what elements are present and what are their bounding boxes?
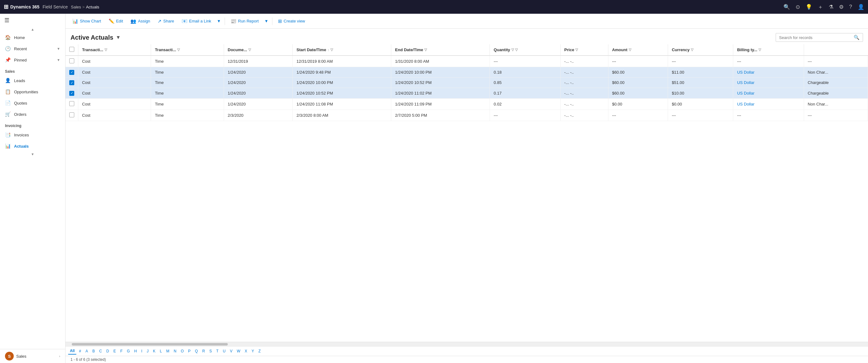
filter-icon[interactable]: ⚗ (829, 4, 833, 10)
sidebar-item-recent[interactable]: 🕐 Recent ▼ (0, 43, 65, 54)
filter-icon[interactable]: ▽ (177, 48, 180, 52)
sidebar-item-actuals[interactable]: 📊 Actuals (0, 141, 65, 152)
view-title-dropdown-icon[interactable]: ▼ (116, 35, 121, 40)
row-checkbox-cell[interactable]: ✓ (65, 88, 78, 99)
alpha-item-y[interactable]: Y (250, 348, 256, 354)
alpha-item-m[interactable]: M (164, 348, 171, 354)
table-row[interactable]: ✓CostTime1/24/20201/24/2020 9:48 PM1/24/… (65, 67, 868, 78)
filter-icon[interactable]: ▽ (104, 48, 107, 52)
alpha-item-v[interactable]: V (228, 348, 234, 354)
sidebar-item-home[interactable]: 🏠 Home (0, 32, 65, 43)
row-checkbox-cell[interactable]: ✓ (65, 67, 78, 78)
sidebar-item-leads[interactable]: 👤 Leads (0, 75, 65, 86)
add-icon[interactable]: ＋ (818, 3, 823, 10)
alpha-item-g[interactable]: G (125, 348, 132, 354)
row-checkbox[interactable]: ✓ (69, 70, 74, 75)
hamburger-menu[interactable]: ☰ (0, 14, 65, 27)
filter-icon[interactable]: ▽ (248, 48, 251, 52)
table-row[interactable]: CostTime2/3/20202/3/2020 8:00 AM2/7/2020… (65, 110, 868, 121)
alpha-item-#[interactable]: # (77, 348, 83, 354)
search-submit-icon[interactable]: 🔍 (854, 35, 860, 40)
alpha-item-x[interactable]: X (243, 348, 249, 354)
run-report-dropdown[interactable]: ▼ (263, 17, 270, 25)
table-row[interactable]: CostTime12/31/201912/31/2019 8:00 AM1/31… (65, 56, 868, 67)
alpha-item-a[interactable]: A (84, 348, 90, 354)
horizontal-scrollbar[interactable] (65, 342, 868, 346)
sidebar-item-opportunities[interactable]: 📋 Opportunities (0, 86, 65, 97)
alpha-item-t[interactable]: T (214, 348, 220, 354)
alpha-item-j[interactable]: J (145, 348, 150, 354)
alpha-item-w[interactable]: W (235, 348, 242, 354)
sidebar-scroll-up[interactable]: ▲ (0, 27, 65, 32)
breadcrumb-parent[interactable]: Sales (71, 5, 81, 9)
alpha-item-c[interactable]: C (97, 348, 104, 354)
row-checkbox-cell[interactable] (65, 98, 78, 110)
table-row[interactable]: ✓CostTime1/24/20201/24/2020 10:00 PM1/24… (65, 78, 868, 88)
alpha-item-i[interactable]: I (140, 348, 144, 354)
settings-icon[interactable]: ⚙ (839, 4, 844, 10)
email-link-button[interactable]: 📧 Email a Link (179, 17, 214, 26)
filter-icon-2[interactable]: ▽ (515, 48, 518, 52)
alpha-item-h[interactable]: H (132, 348, 139, 354)
row-checkbox[interactable] (69, 101, 74, 106)
sidebar-item-invoices[interactable]: 📑 Invoices (0, 129, 65, 141)
search-icon[interactable]: 🔍 (783, 4, 790, 10)
alpha-item-d[interactable]: D (104, 348, 111, 354)
table-row[interactable]: CostTime1/24/20201/24/2020 11:08 PM1/24/… (65, 98, 868, 110)
table-cell[interactable]: US Dollar (733, 98, 804, 110)
create-view-button[interactable]: ⊞ Create view (275, 17, 308, 26)
assign-button[interactable]: 👥 Assign (127, 17, 153, 26)
run-report-button[interactable]: 📰 Run Report (227, 17, 262, 26)
scrollbar-thumb[interactable] (72, 343, 228, 345)
user-icon[interactable]: 👤 (858, 4, 864, 10)
filter-icon[interactable]: ▽ (629, 48, 631, 52)
sidebar-item-pinned[interactable]: 📌 Pinned ▼ (0, 54, 65, 65)
recent-icon[interactable]: ⊙ (796, 4, 800, 10)
filter-icon[interactable]: ▽ (424, 48, 427, 52)
row-checkbox-cell[interactable]: ✓ (65, 78, 78, 88)
row-checkbox[interactable] (69, 112, 74, 117)
sidebar-user-area[interactable]: S Sales › (0, 349, 65, 363)
row-checkbox[interactable]: ✓ (69, 91, 74, 96)
sidebar-scroll-down[interactable]: ▼ (0, 152, 65, 157)
help-icon[interactable]: ? (849, 4, 852, 10)
alpha-item-e[interactable]: E (112, 348, 118, 354)
row-checkbox[interactable]: ✓ (69, 80, 74, 85)
row-checkbox[interactable] (69, 58, 74, 63)
edit-button[interactable]: ✏️ Edit (105, 17, 126, 26)
alpha-item-l[interactable]: L (158, 348, 164, 354)
table-cell[interactable]: US Dollar (733, 88, 804, 99)
sidebar-item-quotes[interactable]: 📄 Quotes (0, 97, 65, 109)
filter-icon[interactable]: ▽ (331, 48, 333, 52)
filter-icon[interactable]: ▽ (691, 48, 693, 52)
alpha-item-u[interactable]: U (221, 348, 227, 354)
sort-asc-icon[interactable]: ↑ (327, 48, 329, 52)
alpha-item-z[interactable]: Z (256, 348, 262, 354)
table-row[interactable]: ✓CostTime1/24/20201/24/2020 10:52 PM1/24… (65, 88, 868, 99)
alpha-item-b[interactable]: B (91, 348, 97, 354)
sidebar-item-orders[interactable]: 🛒 Orders (0, 109, 65, 120)
select-all-header[interactable] (65, 44, 78, 56)
row-checkbox-cell[interactable] (65, 56, 78, 67)
alpha-item-all[interactable]: All (68, 348, 76, 355)
search-input[interactable] (779, 35, 854, 40)
alpha-item-p[interactable]: P (186, 348, 192, 354)
alpha-item-n[interactable]: N (172, 348, 179, 354)
alpha-item-o[interactable]: O (179, 348, 186, 354)
filter-icon[interactable]: ▽ (575, 48, 578, 52)
table-cell[interactable]: US Dollar (733, 78, 804, 88)
filter-icon[interactable]: ▽ (758, 48, 761, 52)
alpha-item-s[interactable]: S (208, 348, 214, 354)
filter-icon[interactable]: ▽ (512, 48, 514, 52)
alpha-item-k[interactable]: K (151, 348, 157, 354)
alpha-item-f[interactable]: F (118, 348, 124, 354)
show-chart-button[interactable]: 📊 Show Chart (69, 17, 104, 26)
alpha-item-r[interactable]: R (200, 348, 207, 354)
lightbulb-icon[interactable]: 💡 (806, 4, 812, 10)
table-cell[interactable]: US Dollar (733, 67, 804, 78)
alpha-item-q[interactable]: Q (193, 348, 200, 354)
select-all-checkbox[interactable] (69, 47, 74, 52)
more-dropdown-button[interactable]: ▼ (216, 17, 222, 25)
share-button[interactable]: ↗ Share (154, 17, 177, 26)
row-checkbox-cell[interactable] (65, 110, 78, 121)
